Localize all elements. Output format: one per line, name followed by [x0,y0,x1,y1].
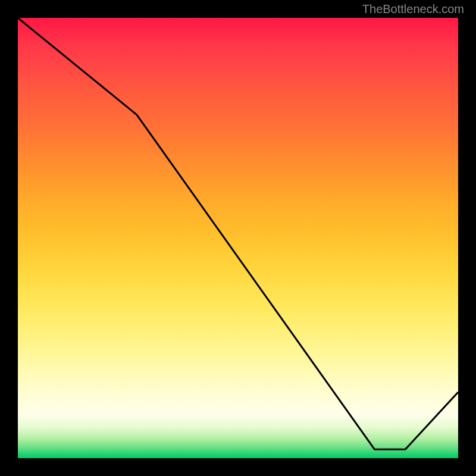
plot-area [18,18,458,458]
chart-container: TheBottleneck.com [0,0,476,476]
watermark-text: TheBottleneck.com [362,2,464,16]
chart-background-gradient [18,18,458,458]
